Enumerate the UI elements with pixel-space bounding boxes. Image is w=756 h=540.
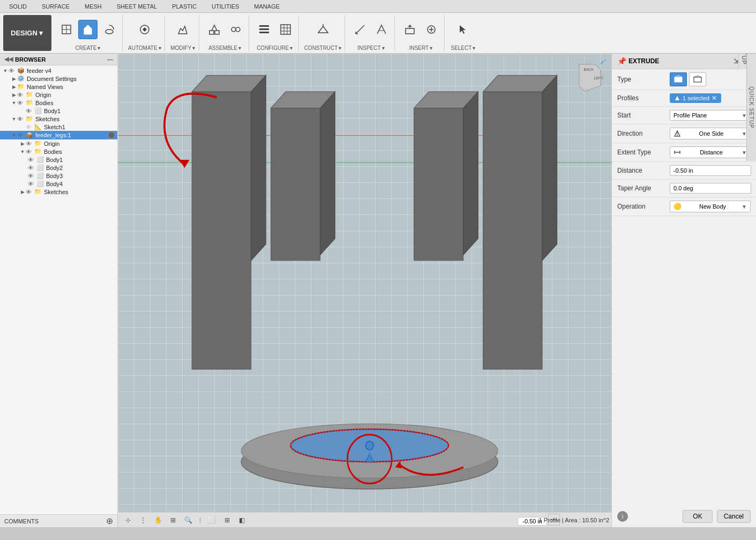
visibility-icon[interactable]: 👁 — [26, 189, 34, 195]
tree-item-body1-legs[interactable]: 👁 ⬜ Body1 — [0, 156, 117, 164]
automate-label[interactable]: AUTOMATE ▾ — [128, 45, 161, 51]
inspect-label[interactable]: INSPECT ▾ — [357, 45, 384, 51]
extent-type-dropdown[interactable]: Distance ▼ — [670, 146, 751, 158]
visibility-icon[interactable]: 👁 — [28, 165, 36, 171]
visibility-icon[interactable]: 👁 — [26, 108, 34, 114]
snap-button[interactable]: ⋮ — [137, 515, 149, 526]
comments-add-button[interactable]: ⊕ — [106, 516, 113, 526]
operation-dropdown[interactable]: 🟡 New Body ▼ — [670, 201, 751, 212]
tree-item-feeder-legs[interactable]: ▼ 👁 📦 feeder_legs:1 — [0, 131, 117, 139]
thin-type-button[interactable] — [689, 72, 706, 86]
taper-angle-input[interactable] — [670, 183, 751, 194]
create-label[interactable]: CREATE ▾ — [76, 45, 101, 51]
tab-manage[interactable]: MANAGE — [247, 1, 287, 12]
tree-label: feeder v4 — [27, 68, 117, 74]
extrude-title: EXTRUDE — [628, 57, 659, 65]
table-button[interactable] — [276, 20, 295, 39]
tree-item-body1-root[interactable]: 👁 ⬜ Body1 — [0, 107, 117, 115]
view-cube[interactable]: BACK LEFT Z — [568, 59, 606, 97]
tab-mesh[interactable]: MESH — [78, 1, 109, 12]
visibility-icon[interactable]: 👁 — [26, 140, 34, 147]
insert-label[interactable]: INSERT ▾ — [409, 45, 433, 51]
cancel-button[interactable]: Cancel — [717, 510, 751, 523]
tab-plastic[interactable]: PLASTIC — [165, 1, 204, 12]
start-dropdown[interactable]: Profile Plane ▼ — [670, 110, 751, 121]
viewport[interactable]: -0.50 in BACK LEFT — [118, 54, 611, 527]
create-icons — [57, 15, 119, 44]
visibility-icon[interactable]: 👁 — [17, 100, 26, 106]
offset-plane-button[interactable] — [313, 20, 333, 39]
pan-button[interactable]: ✋ — [152, 515, 164, 526]
svg-rect-12 — [259, 32, 269, 33]
section-analysis-button[interactable] — [372, 20, 391, 39]
grid-display-button[interactable]: ⊞ — [221, 515, 233, 526]
configure-button[interactable] — [255, 20, 274, 39]
tree-item-bodies-legs[interactable]: ▼ 👁 📁 Bodies — [0, 147, 117, 156]
ok-button[interactable]: OK — [683, 510, 712, 523]
assemble-button[interactable] — [205, 20, 224, 39]
configure-label[interactable]: CONFIGURE ▾ — [257, 45, 293, 51]
joint-button[interactable] — [226, 20, 245, 39]
measure-button[interactable] — [350, 20, 370, 39]
tree-item-sketches-root[interactable]: ▼ 👁 📁 Sketches — [0, 115, 117, 123]
zoom-fit-button[interactable]: ⊞ — [167, 515, 179, 526]
view-button[interactable]: ◧ — [236, 515, 248, 526]
visibility-icon[interactable]: 👁 — [17, 116, 26, 122]
select-section: SELECT ▾ — [447, 15, 479, 51]
display-mode-button[interactable]: ⬜ — [206, 515, 218, 526]
assemble-label[interactable]: ASSEMBLE ▾ — [208, 45, 241, 51]
tree-item-sketches-legs[interactable]: ▶ 👁 📁 Sketches — [0, 188, 117, 196]
tab-utilities[interactable]: UTILITIES — [205, 1, 246, 12]
type-value — [670, 72, 751, 86]
select-label[interactable]: SELECT ▾ — [451, 45, 475, 51]
automate-button[interactable] — [135, 20, 154, 39]
visibility-icon[interactable]: 👁 — [17, 132, 26, 138]
modify-button[interactable] — [173, 20, 192, 39]
tab-solid[interactable]: SOLID — [2, 1, 34, 12]
new-component-button[interactable] — [57, 20, 76, 39]
quick-setup-button[interactable]: QUICK SETUP — [746, 54, 756, 161]
visibility-icon[interactable]: 👁 — [28, 157, 36, 163]
tree-item-origin[interactable]: ▶ 👁 📁 Origin — [0, 91, 117, 99]
tree-item-named-views[interactable]: ▶ 📁 Named Views — [0, 83, 117, 91]
construct-label[interactable]: CONSTRUCT ▾ — [304, 45, 342, 51]
tab-surface[interactable]: SURFACE — [35, 1, 77, 12]
visibility-icon[interactable]: 👁 — [26, 124, 34, 130]
direction-dropdown[interactable]: One Side ▼ — [670, 128, 751, 139]
distance-input[interactable] — [670, 165, 751, 176]
revolve-button[interactable] — [100, 20, 119, 39]
design-button[interactable]: DESIGN ▾ — [3, 15, 51, 51]
visibility-icon[interactable]: 👁 — [17, 92, 26, 98]
visibility-icon[interactable]: 👁 — [28, 181, 36, 187]
tree-item-doc-settings[interactable]: ▶ ⚙️ Document Settings — [0, 75, 117, 83]
tree-item-bodies[interactable]: ▼ 👁 📁 Bodies — [0, 99, 117, 107]
select-button[interactable] — [453, 20, 473, 39]
tree-item-origin-legs[interactable]: ▶ 👁 📁 Origin — [0, 139, 117, 147]
grid-snap-button[interactable]: ⊹ — [122, 515, 134, 526]
panel-minimize[interactable]: — — [107, 56, 113, 63]
extrude-button[interactable] — [78, 20, 98, 39]
profiles-value: 1 selected ✕ — [670, 93, 751, 103]
taper-angle-value — [670, 183, 751, 194]
tree-item-body4-legs[interactable]: 👁 ⬜ Body4 — [0, 180, 117, 188]
extent-type-value: Distance ▼ — [670, 146, 751, 158]
tree-item-feeder-v4[interactable]: ▼ 👁 📦 feeder v4 — [0, 66, 117, 75]
svg-rect-37 — [483, 92, 543, 369]
tree-item-sketch1[interactable]: 👁 📐 Sketch1 — [0, 123, 117, 131]
info-button[interactable]: i — [617, 511, 628, 522]
visibility-icon[interactable]: 👁 — [9, 68, 17, 74]
create-section: CREATE ▾ — [54, 15, 123, 51]
zoom-button[interactable]: 🔍 — [182, 515, 194, 526]
panel-collapse-arrows[interactable]: ◀◀ — [4, 56, 13, 63]
solid-type-button[interactable] — [670, 72, 687, 86]
insert2-button[interactable] — [422, 20, 441, 39]
profiles-clear-button[interactable]: ✕ — [712, 94, 717, 102]
insert-button[interactable] — [400, 20, 420, 39]
modify-label[interactable]: MODIFY ▾ — [170, 45, 195, 51]
direction-row: Direction One Side ▼ — [612, 124, 756, 143]
tab-sheet-metal[interactable]: SHEET METAL — [110, 1, 164, 12]
tree-item-body2-legs[interactable]: 👁 ⬜ Body2 — [0, 164, 117, 172]
tree-item-body3-legs[interactable]: 👁 ⬜ Body3 — [0, 172, 117, 180]
visibility-icon[interactable]: 👁 — [26, 149, 34, 155]
visibility-icon[interactable]: 👁 — [28, 173, 36, 179]
